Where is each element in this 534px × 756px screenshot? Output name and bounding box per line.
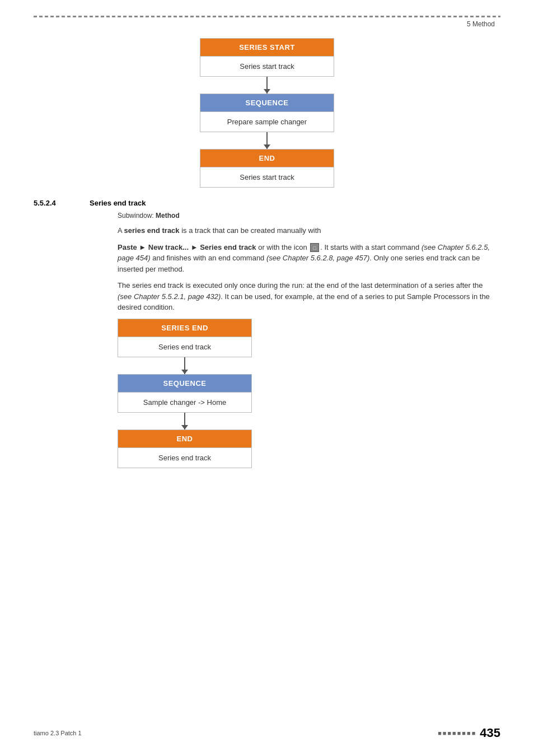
end-body-1: Series start track bbox=[200, 167, 334, 187]
para1-plain: A bbox=[118, 226, 124, 235]
end-block-2: END Series end track bbox=[118, 430, 252, 468]
sequence-body-2: Sample changer -> Home bbox=[118, 392, 251, 412]
para2-rest3: and finishes with an end command bbox=[151, 254, 266, 262]
paragraph-3: The series end track is executed only on… bbox=[118, 280, 495, 313]
series-end-track-icon: □ bbox=[310, 243, 319, 252]
arrow-d2-2-3 bbox=[184, 413, 185, 430]
diagram1-container: SERIES START Series start track SEQUENCE… bbox=[34, 38, 500, 188]
series-start-header: SERIES START bbox=[200, 39, 334, 56]
para1-rest: is a track that can be created manually … bbox=[180, 226, 321, 235]
section-title: Series end track bbox=[90, 199, 146, 207]
para1-bold: series end track bbox=[124, 226, 180, 235]
para2-italic2: (see Chapter 5.6.2.8, page 457) bbox=[266, 254, 369, 262]
end-header-2: END bbox=[118, 430, 251, 447]
series-start-body: Series start track bbox=[200, 56, 334, 76]
series-end-block: SERIES END Series end track bbox=[118, 319, 252, 357]
page-header: 5 Method bbox=[467, 20, 495, 28]
sequence-body-1: Prepare sample changer bbox=[200, 111, 334, 132]
footer-right: ■■■■■■■■ 435 bbox=[438, 726, 500, 740]
arrow-1-2 bbox=[266, 77, 268, 94]
section-heading: 5.5.2.4 Series end track bbox=[34, 199, 500, 207]
flow-diagram-1: SERIES START Series start track SEQUENCE… bbox=[200, 38, 334, 188]
page-border-top bbox=[34, 16, 500, 17]
header-section-label: 5 Method bbox=[467, 20, 495, 28]
sequence-header-2: SEQUENCE bbox=[118, 375, 251, 392]
para3-italic: (see Chapter 5.5.2.1, page 432) bbox=[118, 292, 221, 301]
paragraph-1: A series end track is a track that can b… bbox=[118, 225, 495, 236]
para2-rest1: or with the icon bbox=[256, 243, 307, 251]
sequence-block-2: SEQUENCE Sample changer -> Home bbox=[118, 374, 252, 413]
subwindow-value-text: Method bbox=[156, 212, 180, 220]
arrow-d2-1-2 bbox=[184, 357, 185, 374]
para2-rest2: . It starts with a start command bbox=[320, 243, 421, 251]
page-footer: tiamo 2.3 Patch 1 ■■■■■■■■ 435 bbox=[34, 726, 500, 740]
subwindow-label-text: Subwindow: bbox=[118, 212, 154, 220]
page-content: SERIES START Series start track SEQUENCE… bbox=[34, 34, 500, 722]
section-number: 5.5.2.4 bbox=[34, 199, 78, 207]
series-start-block: SERIES START Series start track bbox=[200, 38, 334, 77]
series-end-body: Series end track bbox=[118, 337, 251, 357]
diagram2-container: SERIES END Series end track SEQUENCE Sam… bbox=[118, 319, 495, 468]
footer-dots: ■■■■■■■■ bbox=[438, 730, 476, 736]
end-block-1: END Series start track bbox=[200, 149, 334, 188]
footer-software-label: tiamo 2.3 Patch 1 bbox=[34, 730, 82, 736]
content-body: Subwindow: Method A series end track is … bbox=[118, 212, 495, 468]
flow-diagram-2: SERIES END Series end track SEQUENCE Sam… bbox=[118, 319, 252, 468]
paragraph-2: Paste ► New track... ► Series end track … bbox=[118, 242, 495, 275]
para2-bold1: Paste ► New track... ► Series end track bbox=[118, 243, 256, 251]
arrow-2-3 bbox=[266, 132, 268, 149]
footer-page-number: 435 bbox=[480, 726, 500, 740]
sequence-header-1: SEQUENCE bbox=[200, 94, 334, 111]
para3-text: The series end track is executed only on… bbox=[118, 281, 483, 290]
subwindow-line: Subwindow: Method bbox=[118, 212, 495, 220]
end-header-1: END bbox=[200, 150, 334, 167]
series-end-header: SERIES END bbox=[118, 319, 251, 337]
end-body-2: Series end track bbox=[118, 447, 251, 468]
sequence-block-1: SEQUENCE Prepare sample changer bbox=[200, 94, 334, 132]
